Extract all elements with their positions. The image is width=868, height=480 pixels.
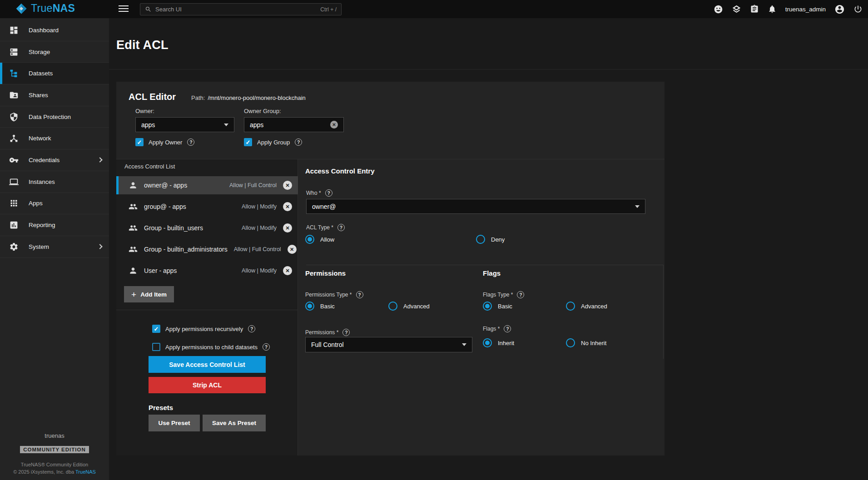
permissions-type-basic-radio[interactable]: Basic	[305, 302, 335, 311]
radio-icon	[483, 338, 492, 347]
sidebar-item-shares[interactable]: Shares	[0, 84, 109, 106]
apply-owner-checkbox-row: Apply Owner	[135, 138, 194, 146]
use-preset-button[interactable]: Use Preset	[149, 415, 200, 431]
acl-entry-row[interactable]: group@ - apps Allow | Modify ✕	[116, 198, 298, 216]
clipboard-icon[interactable]	[750, 5, 759, 14]
search-bar[interactable]: Ctrl + /	[140, 3, 342, 15]
radio-icon	[566, 338, 575, 347]
remove-entry-icon[interactable]: ✕	[283, 181, 292, 190]
search-input[interactable]	[155, 6, 317, 13]
remove-entry-icon[interactable]: ✕	[283, 266, 292, 275]
recursive-checkbox[interactable]	[152, 325, 160, 333]
sidebar-item-data-protection[interactable]: Data Protection	[0, 106, 109, 128]
help-icon[interactable]	[248, 325, 255, 332]
permissions-type-advanced-radio[interactable]: Advanced	[388, 302, 430, 311]
acl-type-allow-radio[interactable]: Allow	[305, 235, 334, 244]
truenas-logo[interactable]: TrueNAS	[15, 2, 75, 15]
sidebar-item-storage[interactable]: Storage	[0, 41, 109, 63]
sidebar-item-instances[interactable]: Instances	[0, 171, 109, 193]
save-as-preset-button[interactable]: Save As Preset	[203, 415, 266, 431]
account-icon[interactable]	[834, 4, 845, 15]
notifications-bell-icon[interactable]	[768, 5, 777, 14]
sidebar-item-apps[interactable]: Apps	[0, 193, 109, 215]
chevron-right-icon	[97, 158, 102, 163]
truenas-stack-icon[interactable]	[732, 5, 741, 14]
help-icon[interactable]	[295, 139, 302, 146]
edition-fineprint: TrueNAS® Community Edition © 2025 iXsyst…	[0, 461, 109, 475]
help-icon[interactable]	[517, 291, 524, 298]
radio-icon	[566, 302, 575, 311]
acl-editor-heading: ACL Editor	[129, 92, 176, 102]
flags-type-basic-radio[interactable]: Basic	[483, 302, 512, 311]
flags-label: Flags *	[483, 325, 511, 332]
search-icon	[145, 6, 152, 13]
flags-type-label: Flags Type *	[483, 291, 524, 298]
acl-entry-row[interactable]: User - apps Allow | Modify ✕	[116, 262, 298, 280]
acl-entry-row[interactable]: Group - builtin_administrators Allow | F…	[116, 240, 298, 258]
who-label: Who *	[306, 189, 332, 197]
flags-type-advanced-radio[interactable]: Advanced	[566, 302, 607, 311]
owner-group-input[interactable]: apps ✕	[244, 117, 344, 132]
acl-editor-card: ACL Editor Path:/mnt/monero-pool/monero-…	[116, 82, 665, 455]
save-acl-button[interactable]: Save Access Control List	[149, 356, 266, 373]
brand-text: TrueNAS	[31, 2, 75, 15]
sidebar-item-system[interactable]: System	[0, 236, 109, 258]
radio-icon	[388, 302, 397, 311]
permissions-select[interactable]: Full Control	[305, 337, 472, 352]
help-icon[interactable]	[356, 291, 363, 298]
help-icon[interactable]	[263, 343, 270, 351]
laptop-icon	[9, 177, 19, 187]
hostname: truenas	[0, 432, 109, 439]
add-item-button[interactable]: + Add Item	[124, 286, 174, 302]
power-icon[interactable]	[853, 5, 863, 14]
remove-entry-icon[interactable]: ✕	[288, 245, 297, 254]
permissions-type-label: Permissions Type *	[305, 291, 363, 298]
remove-entry-icon[interactable]: ✕	[283, 223, 292, 233]
help-icon[interactable]	[337, 224, 345, 231]
help-icon[interactable]	[187, 139, 194, 146]
apply-group-checkbox[interactable]	[244, 138, 252, 146]
clear-icon[interactable]: ✕	[330, 121, 338, 129]
sidebar-item-dashboard[interactable]: Dashboard	[0, 20, 109, 41]
apply-owner-checkbox[interactable]	[135, 138, 144, 146]
page-title: Edit ACL	[116, 38, 169, 52]
form-divider	[306, 265, 663, 265]
permissions-label: Permissions *	[305, 329, 350, 336]
apps-grid-icon	[9, 198, 19, 208]
remove-entry-icon[interactable]: ✕	[283, 202, 292, 211]
radio-icon	[305, 302, 314, 311]
menu-hamburger-icon[interactable]	[119, 5, 129, 12]
shield-icon	[9, 112, 19, 122]
truenas-diamond-icon	[15, 3, 27, 15]
recursive-checkbox-row: Apply permissions recursively	[152, 325, 255, 333]
child-datasets-checkbox[interactable]	[152, 343, 160, 351]
acl-type-deny-radio[interactable]: Deny	[476, 235, 505, 244]
acl-entry-row[interactable]: owner@ - apps Allow | Full Control ✕	[116, 176, 298, 194]
help-icon[interactable]	[342, 329, 350, 336]
owner-label: Owner:	[135, 108, 154, 114]
gear-icon	[9, 242, 19, 252]
top-bar: TrueNAS Ctrl + / truenas_admin	[0, 0, 868, 18]
logged-in-username: truenas_admin	[785, 6, 826, 13]
sidebar-item-credentials[interactable]: Credentials	[0, 149, 109, 171]
form-vertical-divider	[663, 265, 664, 359]
truenas-link[interactable]: TrueNAS	[75, 469, 96, 475]
sidebar-item-reporting[interactable]: Reporting	[0, 214, 109, 236]
flags-heading: Flags	[483, 269, 501, 277]
key-icon	[9, 155, 19, 165]
acl-entry-row[interactable]: Group - builtin_users Allow | Modify ✕	[116, 219, 298, 237]
who-select[interactable]: owner@	[306, 199, 645, 214]
main-content: Edit ACL ACL Editor Path:/mnt/monero-poo…	[109, 18, 868, 480]
sidebar-item-network[interactable]: Network	[0, 128, 109, 149]
access-control-list-panel: Access Control List owner@ - apps Allow …	[116, 159, 298, 455]
access-control-entry-panel: Access Control Entry Who * owner@ ACL Ty…	[298, 159, 665, 455]
help-icon[interactable]	[504, 325, 511, 332]
help-icon[interactable]	[325, 189, 332, 197]
flags-no-inherit-radio[interactable]: No Inherit	[566, 338, 606, 347]
sidebar-item-datasets[interactable]: Datasets	[0, 63, 109, 84]
feedback-smiley-icon[interactable]	[714, 5, 723, 14]
dropdown-caret-icon	[635, 205, 640, 208]
flags-inherit-radio[interactable]: Inherit	[483, 338, 514, 347]
owner-select[interactable]: apps	[135, 117, 234, 132]
strip-acl-button[interactable]: Strip ACL	[149, 377, 266, 393]
